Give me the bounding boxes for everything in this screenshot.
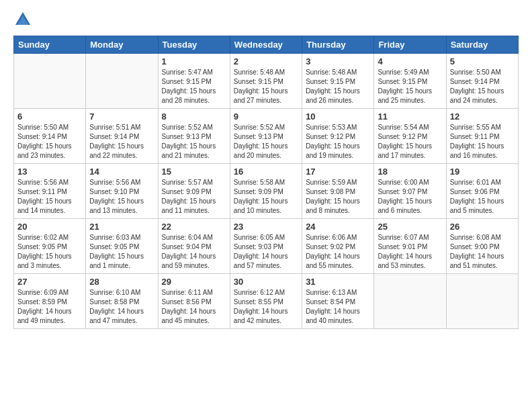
day-info: Sunrise: 5:56 AM Sunset: 9:10 PM Dayligh… [89, 178, 154, 216]
calendar-cell: 31Sunrise: 6:13 AM Sunset: 8:54 PM Dayli… [302, 274, 374, 329]
day-info: Sunrise: 6:04 AM Sunset: 9:04 PM Dayligh… [162, 233, 226, 271]
calendar-header-thursday: Thursday [302, 36, 374, 54]
calendar-cell: 25Sunrise: 6:07 AM Sunset: 9:01 PM Dayli… [374, 219, 446, 274]
day-info: Sunrise: 6:08 AM Sunset: 9:00 PM Dayligh… [450, 233, 515, 271]
day-number: 8 [162, 111, 226, 122]
calendar-cell: 10Sunrise: 5:53 AM Sunset: 9:12 PM Dayli… [302, 109, 374, 164]
calendar-cell: 28Sunrise: 6:10 AM Sunset: 8:58 PM Dayli… [86, 274, 158, 329]
calendar-cell: 3Sunrise: 5:48 AM Sunset: 9:15 PM Daylig… [302, 54, 374, 109]
day-number: 24 [306, 222, 370, 232]
calendar-cell: 8Sunrise: 5:52 AM Sunset: 9:13 PM Daylig… [158, 109, 230, 164]
day-number: 29 [162, 277, 226, 287]
calendar-cell: 27Sunrise: 6:09 AM Sunset: 8:59 PM Dayli… [14, 274, 86, 329]
calendar-cell: 22Sunrise: 6:04 AM Sunset: 9:04 PM Dayli… [158, 219, 230, 274]
day-number: 7 [89, 111, 154, 122]
day-number: 31 [306, 277, 370, 287]
calendar-cell: 26Sunrise: 6:08 AM Sunset: 9:00 PM Dayli… [446, 219, 518, 274]
calendar-cell: 29Sunrise: 6:11 AM Sunset: 8:56 PM Dayli… [158, 274, 230, 329]
calendar-header-sunday: Sunday [14, 36, 86, 54]
day-info: Sunrise: 5:48 AM Sunset: 9:15 PM Dayligh… [306, 68, 370, 105]
day-number: 12 [450, 111, 515, 122]
calendar-week-4: 20Sunrise: 6:02 AM Sunset: 9:05 PM Dayli… [14, 219, 519, 274]
calendar-cell [86, 54, 158, 109]
day-number: 5 [450, 56, 515, 66]
calendar-cell: 13Sunrise: 5:56 AM Sunset: 9:11 PM Dayli… [14, 164, 86, 219]
calendar-cell: 23Sunrise: 6:05 AM Sunset: 9:03 PM Dayli… [230, 219, 302, 274]
calendar-cell: 11Sunrise: 5:54 AM Sunset: 9:12 PM Dayli… [374, 109, 446, 164]
day-number: 30 [234, 277, 298, 287]
day-info: Sunrise: 6:06 AM Sunset: 9:02 PM Dayligh… [306, 233, 370, 271]
calendar-cell: 20Sunrise: 6:02 AM Sunset: 9:05 PM Dayli… [14, 219, 86, 274]
calendar-header-monday: Monday [86, 36, 158, 54]
calendar-cell: 21Sunrise: 6:03 AM Sunset: 9:05 PM Dayli… [86, 219, 158, 274]
calendar-cell: 12Sunrise: 5:55 AM Sunset: 9:11 PM Dayli… [446, 109, 518, 164]
calendar-header-wednesday: Wednesday [230, 36, 302, 54]
day-number: 10 [306, 111, 370, 122]
day-info: Sunrise: 5:56 AM Sunset: 9:11 PM Dayligh… [17, 178, 82, 216]
calendar-cell: 17Sunrise: 5:59 AM Sunset: 9:08 PM Dayli… [302, 164, 374, 219]
day-number: 22 [162, 222, 226, 232]
day-info: Sunrise: 5:52 AM Sunset: 9:13 PM Dayligh… [234, 123, 298, 161]
day-info: Sunrise: 5:47 AM Sunset: 9:15 PM Dayligh… [162, 68, 226, 105]
day-info: Sunrise: 6:05 AM Sunset: 9:03 PM Dayligh… [234, 233, 298, 271]
day-info: Sunrise: 6:07 AM Sunset: 9:01 PM Dayligh… [378, 233, 442, 271]
header [13, 10, 519, 29]
calendar-cell: 1Sunrise: 5:47 AM Sunset: 9:15 PM Daylig… [158, 54, 230, 109]
day-info: Sunrise: 6:09 AM Sunset: 8:59 PM Dayligh… [17, 288, 82, 326]
day-number: 2 [234, 56, 298, 66]
day-number: 1 [162, 56, 226, 66]
calendar-cell: 5Sunrise: 5:50 AM Sunset: 9:14 PM Daylig… [446, 54, 518, 109]
day-info: Sunrise: 6:00 AM Sunset: 9:07 PM Dayligh… [378, 178, 442, 216]
day-info: Sunrise: 5:58 AM Sunset: 9:09 PM Dayligh… [234, 178, 298, 216]
day-info: Sunrise: 5:50 AM Sunset: 9:14 PM Dayligh… [450, 68, 515, 105]
day-number: 20 [17, 222, 82, 232]
day-number: 4 [378, 56, 442, 66]
day-info: Sunrise: 5:52 AM Sunset: 9:13 PM Dayligh… [162, 123, 226, 161]
day-number: 21 [89, 222, 154, 232]
day-number: 23 [234, 222, 298, 232]
calendar-cell: 7Sunrise: 5:51 AM Sunset: 9:14 PM Daylig… [86, 109, 158, 164]
day-number: 16 [234, 167, 298, 177]
calendar-cell: 15Sunrise: 5:57 AM Sunset: 9:09 PM Dayli… [158, 164, 230, 219]
calendar-cell: 24Sunrise: 6:06 AM Sunset: 9:02 PM Dayli… [302, 219, 374, 274]
calendar-cell: 16Sunrise: 5:58 AM Sunset: 9:09 PM Dayli… [230, 164, 302, 219]
calendar-week-3: 13Sunrise: 5:56 AM Sunset: 9:11 PM Dayli… [14, 164, 519, 219]
day-info: Sunrise: 5:51 AM Sunset: 9:14 PM Dayligh… [89, 123, 154, 161]
day-info: Sunrise: 5:57 AM Sunset: 9:09 PM Dayligh… [162, 178, 226, 216]
day-number: 26 [450, 222, 515, 232]
calendar-cell: 14Sunrise: 5:56 AM Sunset: 9:10 PM Dayli… [86, 164, 158, 219]
calendar-week-2: 6Sunrise: 5:50 AM Sunset: 9:14 PM Daylig… [14, 109, 519, 164]
day-info: Sunrise: 5:49 AM Sunset: 9:15 PM Dayligh… [378, 68, 442, 105]
day-number: 18 [378, 167, 442, 177]
calendar-header-row: SundayMondayTuesdayWednesdayThursdayFrid… [14, 36, 519, 54]
day-info: Sunrise: 6:02 AM Sunset: 9:05 PM Dayligh… [17, 233, 82, 271]
calendar-cell: 4Sunrise: 5:49 AM Sunset: 9:15 PM Daylig… [374, 54, 446, 109]
day-info: Sunrise: 6:11 AM Sunset: 8:56 PM Dayligh… [162, 288, 226, 326]
day-info: Sunrise: 5:48 AM Sunset: 9:15 PM Dayligh… [234, 68, 298, 105]
calendar-week-5: 27Sunrise: 6:09 AM Sunset: 8:59 PM Dayli… [14, 274, 519, 329]
day-info: Sunrise: 5:50 AM Sunset: 9:14 PM Dayligh… [17, 123, 82, 161]
day-number: 15 [162, 167, 226, 177]
logo [13, 10, 35, 29]
calendar-cell: 19Sunrise: 6:01 AM Sunset: 9:06 PM Dayli… [446, 164, 518, 219]
day-number: 11 [378, 111, 442, 122]
calendar-week-1: 1Sunrise: 5:47 AM Sunset: 9:15 PM Daylig… [14, 54, 519, 109]
calendar-table: SundayMondayTuesdayWednesdayThursdayFrid… [13, 36, 519, 329]
logo-icon [13, 10, 32, 29]
day-number: 14 [89, 167, 154, 177]
day-number: 17 [306, 167, 370, 177]
day-number: 19 [450, 167, 515, 177]
day-number: 25 [378, 222, 442, 232]
page: SundayMondayTuesdayWednesdayThursdayFrid… [0, 0, 532, 411]
calendar-cell: 2Sunrise: 5:48 AM Sunset: 9:15 PM Daylig… [230, 54, 302, 109]
day-info: Sunrise: 6:10 AM Sunset: 8:58 PM Dayligh… [89, 288, 154, 326]
day-number: 6 [17, 111, 82, 122]
day-number: 9 [234, 111, 298, 122]
calendar-cell: 18Sunrise: 6:00 AM Sunset: 9:07 PM Dayli… [374, 164, 446, 219]
day-number: 13 [17, 167, 82, 177]
day-info: Sunrise: 6:12 AM Sunset: 8:55 PM Dayligh… [234, 288, 298, 326]
day-info: Sunrise: 5:53 AM Sunset: 9:12 PM Dayligh… [306, 123, 370, 161]
calendar-cell: 6Sunrise: 5:50 AM Sunset: 9:14 PM Daylig… [14, 109, 86, 164]
day-info: Sunrise: 6:13 AM Sunset: 8:54 PM Dayligh… [306, 288, 370, 326]
calendar-cell [446, 274, 518, 329]
